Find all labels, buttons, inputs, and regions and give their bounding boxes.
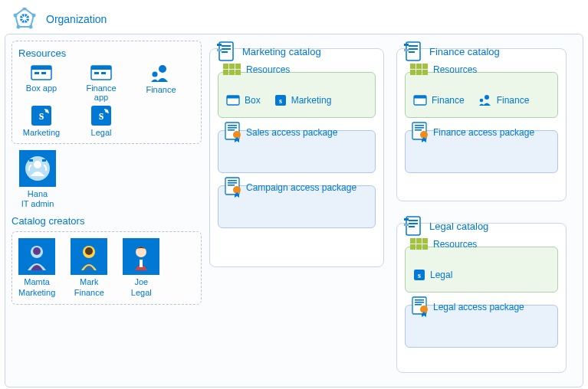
sharepoint-icon	[90, 105, 112, 126]
grid-icon	[410, 64, 429, 76]
resource-label: Marketing	[23, 128, 60, 137]
catalog-resources: Resources Legal	[405, 247, 558, 293]
package-icon	[410, 296, 429, 318]
sharepoint-icon	[31, 105, 52, 126]
catalog-legal: Legal catalog Resources Legal Legal acce…	[396, 223, 567, 373]
catalog-resources: Resources Box Marketing	[218, 72, 376, 118]
left-column: Resources Box app Finance app Finance Ma…	[11, 41, 202, 381]
user-label: HanaIT admin	[21, 189, 54, 209]
catalog-title: Marketing catalog	[242, 46, 321, 57]
group-icon	[150, 64, 172, 83]
user-label: JoeLegal	[131, 277, 152, 297]
catalog-title: Finance catalog	[429, 46, 500, 57]
package-icon	[223, 122, 241, 143]
organization-title: Organization	[46, 13, 107, 25]
resources-panel: Resources Box app Finance app Finance Ma…	[11, 41, 202, 144]
resource-item: Box app	[18, 64, 64, 102]
organization-icon	[11, 8, 38, 31]
app-icon	[413, 94, 427, 106]
person-avatar-icon	[74, 241, 104, 272]
package-header: Sales access package	[223, 122, 337, 143]
catalog-icon	[403, 41, 423, 61]
creator-user: JoeLegal	[123, 238, 159, 297]
resource-label: Legal	[430, 270, 452, 280]
catalog-creators-panel: Catalog creators MamtaMarketing MarkFina…	[11, 215, 202, 304]
resource-item: Legal	[78, 105, 124, 137]
resource-label: Finance	[146, 85, 176, 94]
creator-user: MarkFinance	[71, 238, 107, 297]
package-header: Campaign access package	[223, 177, 356, 198]
group-icon	[478, 94, 492, 106]
avatar	[18, 238, 55, 275]
resources-header: Resources	[223, 64, 290, 76]
grid-icon	[223, 64, 241, 76]
package-header: Finance access package	[410, 122, 534, 143]
resources-title: Resources	[246, 64, 290, 75]
catalog-resources: Resources Finance Finance	[405, 72, 558, 118]
catalog-header: Finance catalog	[403, 41, 500, 61]
user-label: MamtaMarketing	[18, 277, 55, 297]
resources-header: Resources	[410, 64, 477, 76]
resource-label: Legal	[91, 128, 112, 137]
access-package: Sales access package	[218, 130, 376, 173]
app-icon	[31, 64, 52, 82]
package-header: Legal access package	[410, 296, 524, 318]
avatar	[123, 238, 159, 275]
catalog-marketing: Marketing catalog Resources Box Marketin…	[209, 48, 384, 267]
package-label: Legal access package	[433, 302, 524, 312]
creator-user: MamtaMarketing	[18, 238, 55, 297]
catalogs-area: Marketing catalog Resources Box Marketin…	[209, 41, 577, 381]
user-label: MarkFinance	[74, 277, 104, 297]
package-label: Campaign access package	[246, 182, 356, 193]
catalog-header: Marketing catalog	[216, 41, 321, 61]
package-label: Finance access package	[433, 127, 534, 138]
catalog-title: Legal catalog	[429, 221, 488, 232]
catalog-icon	[403, 216, 423, 236]
resources-title: Resources	[433, 239, 477, 250]
catalog-creators-title: Catalog creators	[11, 215, 202, 227]
resource-label: Marketing	[291, 95, 332, 106]
organization-header: Organization	[5, 5, 583, 34]
app-icon	[226, 94, 240, 106]
resource-label: Box app	[26, 83, 57, 93]
avatar	[71, 238, 107, 275]
catalog-icon	[216, 41, 236, 61]
resource-label: Finance	[497, 95, 530, 106]
catalog-finance: Finance catalog Resources Finance Financ…	[396, 48, 567, 201]
access-package: Campaign access package	[218, 185, 376, 228]
person-avatar-icon	[21, 241, 52, 272]
resource-label: Box	[245, 95, 261, 106]
catalog-header: Legal catalog	[403, 216, 488, 236]
person-avatar-icon	[126, 241, 156, 272]
package-icon	[410, 122, 429, 143]
access-package: Finance access package	[405, 130, 558, 173]
resource-label: Finance	[432, 95, 465, 106]
admin-avatar-icon	[22, 153, 53, 184]
app-icon	[90, 64, 112, 82]
sharepoint-icon	[413, 269, 425, 281]
resource-item: Finance	[138, 64, 184, 102]
resource-item: Marketing	[18, 105, 64, 137]
organization-box: Resources Box app Finance app Finance Ma…	[5, 34, 583, 387]
package-icon	[223, 177, 241, 198]
access-package: Legal access package	[405, 305, 558, 348]
grid-icon	[410, 238, 429, 250]
admin-user: HanaIT admin	[19, 150, 56, 209]
resources-title: Resources	[18, 47, 195, 59]
resources-header: Resources	[410, 238, 477, 250]
resource-label: Finance app	[78, 83, 124, 102]
avatar	[19, 150, 56, 187]
resource-item: Finance app	[78, 64, 124, 102]
package-label: Sales access package	[246, 127, 337, 138]
sharepoint-icon	[274, 94, 287, 106]
resources-title: Resources	[433, 64, 477, 75]
